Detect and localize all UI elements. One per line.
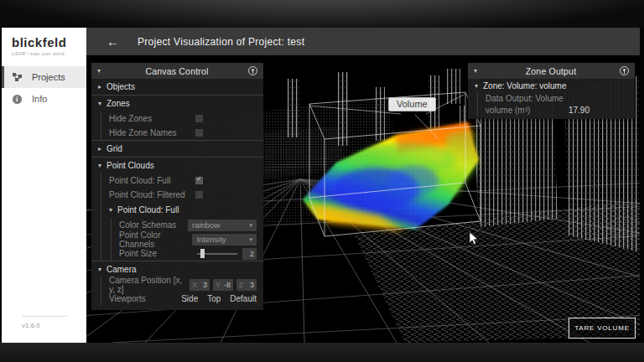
section-label: Point Clouds: [106, 161, 154, 170]
app-window: Blickfeld LiDAR / scan your world Projec…: [2, 28, 640, 343]
caret-down-icon: [475, 82, 483, 90]
sidebar-item-projects[interactable]: Projects: [2, 66, 86, 88]
hide-zones-checkbox[interactable]: [195, 115, 203, 122]
pin-icon[interactable]: [620, 66, 629, 75]
pin-icon[interactable]: [248, 66, 257, 75]
field-label: Color Schemas: [119, 220, 176, 230]
3d-viewport[interactable]: Volume Canvas Control Objects: [86, 55, 640, 343]
slider-thumb[interactable]: [200, 249, 205, 258]
bottom-bezel: [0, 343, 644, 362]
sidebar-nav: Projects Info: [2, 66, 86, 110]
color-channels-select[interactable]: Intensity: [192, 234, 257, 246]
device-frame: Blickfeld LiDAR / scan your world Projec…: [0, 0, 644, 362]
field-label: Viewports: [109, 294, 146, 303]
camera-x-input[interactable]: X 3: [190, 279, 210, 291]
point-size-slider[interactable]: [197, 249, 237, 258]
point-clouds-children: Point Cloud: Full Point Cloud: Filtered …: [101, 173, 263, 261]
section-objects[interactable]: Objects: [91, 79, 263, 95]
caret-right-icon: [98, 145, 106, 153]
collapse-caret-icon[interactable]: [474, 67, 482, 75]
pc-full-checkbox[interactable]: [195, 177, 203, 184]
section-label: Camera: [106, 265, 137, 274]
color-channels-row: Point Color Channels Intensity: [112, 232, 263, 246]
field-label: Hide Zone Names: [109, 128, 177, 137]
section-grid[interactable]: Grid: [91, 141, 263, 157]
projects-icon: [12, 72, 22, 82]
selected-value: rainbow: [192, 220, 220, 230]
zone-output-panel: Zone Output Zone: Volume: volume Data Ou…: [468, 63, 635, 119]
hide-zones-row: Hide Zones: [101, 111, 263, 126]
selected-value: Intensity: [196, 235, 226, 244]
point-size-row: Point Size 2: [112, 246, 263, 261]
brand-tagline: LiDAR / scan your world: [12, 51, 86, 56]
camera-z-input[interactable]: Z 3: [236, 279, 257, 291]
section-label: Point Cloud: Full: [117, 205, 179, 215]
volume-value-row: volume (m³) 17.90: [478, 104, 635, 116]
viewport-default-button[interactable]: Default: [230, 294, 257, 303]
section-point-clouds[interactable]: Point Clouds: [91, 158, 263, 173]
volume-zone-label[interactable]: Volume: [388, 97, 436, 111]
hide-zone-names-checkbox[interactable]: [195, 129, 203, 137]
info-icon: [12, 94, 22, 104]
section-label: Zones: [106, 99, 130, 108]
volume-value: 17.90: [569, 106, 589, 115]
caret-down-icon: [109, 206, 117, 214]
viewports-row: Viewports Side Top Default: [101, 292, 263, 306]
panel-title: Canvas Control: [106, 66, 248, 76]
caret-down-icon: [98, 162, 106, 169]
field-label: Point Size: [119, 249, 157, 258]
color-schemas-select[interactable]: rainbow: [188, 220, 257, 231]
data-output-row: Data Output: Volume: [478, 92, 635, 104]
collapse-caret-icon[interactable]: [97, 67, 106, 75]
zone-output-header[interactable]: Zone Output: [468, 63, 635, 79]
data-output-label: Data Output: Volume: [486, 94, 564, 103]
viewport-buttons: Side Top Default: [181, 294, 257, 303]
caret-down-icon: [98, 266, 106, 273]
back-icon[interactable]: [106, 34, 119, 49]
footer-divider: [22, 316, 67, 317]
caret-down-icon: [98, 100, 106, 107]
canvas-control-header[interactable]: Canvas Control: [91, 63, 263, 79]
camera-children: Camera Position [x, y, z] X 3 Y -8: [101, 277, 263, 306]
pc-filtered-row: Point Cloud: Filtered: [101, 188, 263, 202]
axis-prefix: X: [192, 281, 197, 289]
sidebar-item-info[interactable]: Info: [2, 88, 86, 110]
viewport-top-button[interactable]: Top: [207, 294, 221, 303]
axis-prefix: Z: [239, 281, 244, 289]
sidebar: Blickfeld LiDAR / scan your world Projec…: [2, 28, 86, 343]
caret-right-icon: [98, 83, 106, 90]
pc-filtered-checkbox[interactable]: [195, 191, 203, 199]
chevron-down-icon: [249, 236, 252, 243]
canvas-control-panel: Canvas Control Objects Zones H: [91, 63, 263, 310]
topbar: Project Visualization of Project: test: [86, 28, 640, 55]
camera-y-input[interactable]: Y -8: [213, 279, 233, 291]
axis-prefix: Y: [216, 281, 221, 289]
axis-value: -8: [224, 281, 231, 289]
zone-volume-section[interactable]: Zone: Volume: volume: [468, 79, 635, 92]
field-label: Point Cloud: Full: [109, 176, 170, 185]
panel-title: Zone Output: [482, 66, 620, 76]
zone-label: Zone: Volume: volume: [483, 81, 567, 90]
app-version: v1.6.0: [22, 322, 86, 329]
section-label: Grid: [106, 144, 122, 153]
field-label: Hide Zones: [109, 114, 152, 123]
camera-position-row: Camera Position [x, y, z] X 3 Y -8: [101, 277, 263, 292]
section-pc-full-settings[interactable]: Point Cloud: Full: [101, 202, 263, 218]
axis-value: 3: [203, 281, 207, 289]
section-zones[interactable]: Zones: [91, 96, 263, 111]
pc-full-settings-children: Color Schemas rainbow Point Color Channe…: [111, 218, 263, 261]
sidebar-footer: v1.6.0: [2, 316, 86, 343]
axis-value: 3: [250, 281, 254, 289]
top-bezel: [0, 0, 644, 28]
zone-children: Data Output: Volume volume (m³) 17.90: [477, 92, 635, 116]
sidebar-item-label: Projects: [32, 72, 65, 82]
field-label: Camera Position [x, y, z]: [109, 276, 190, 294]
hide-zone-names-row: Hide Zone Names: [101, 126, 263, 140]
tare-volume-button[interactable]: TARE VOLUME: [569, 318, 636, 339]
viewport-side-button[interactable]: Side: [181, 294, 198, 303]
brand-wordmark: Blickfeld: [12, 35, 86, 49]
zones-children: Hide Zones Hide Zone Names: [101, 111, 263, 140]
section-label: Objects: [106, 82, 135, 91]
point-size-value[interactable]: 2: [242, 248, 257, 260]
main-area: Project Visualization of Project: test: [86, 28, 640, 343]
